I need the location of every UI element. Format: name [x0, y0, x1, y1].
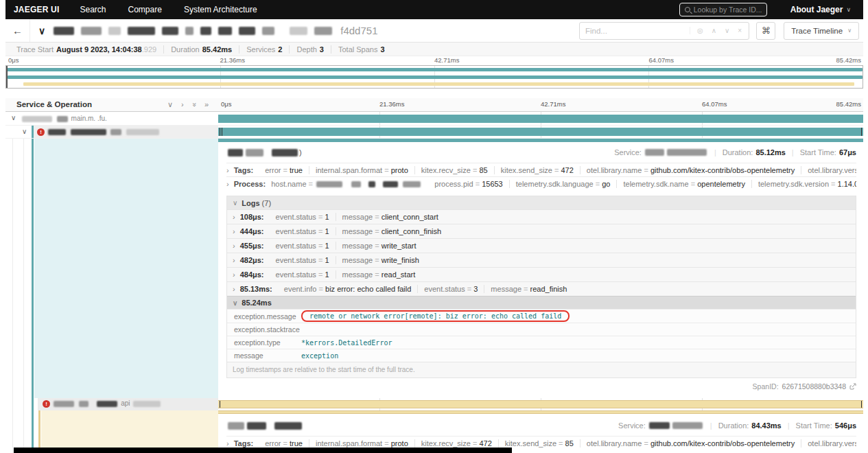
tick-label: 64.07ms	[649, 56, 674, 64]
log-row[interactable]: › 85.13ms: event.infobiz error: echo cal…	[227, 281, 856, 296]
screen: JAEGER UI Search Compare System Architec…	[0, 0, 868, 453]
span-tag: internal.span.formatproto	[309, 439, 414, 448]
kv-row-exception-stacktrace: exception.stacktrace	[227, 323, 856, 336]
chevron-right-icon: ›	[233, 285, 235, 293]
chevron-right-icon: ›	[226, 180, 229, 188]
log-timestamps-note: Log timestamps are relative to the start…	[227, 362, 856, 378]
span-tag: kitex.send_size472	[494, 166, 580, 174]
log-row[interactable]: › 455μs: event.status1messagewrite_start	[227, 238, 856, 253]
selected-span-backdrop	[41, 410, 218, 453]
find-input[interactable]	[580, 27, 690, 35]
trace-view-selector[interactable]: Trace Timeline ∨	[784, 22, 859, 40]
tick-label: 85.42ms	[836, 56, 861, 64]
nav-item-system-architecture[interactable]: System Architecture	[184, 5, 257, 14]
span-detail-server: Service: | Duration:84.43ms | Start Time…	[5, 410, 863, 453]
exception-message-annotation: remote or network error[remote]: biz err…	[301, 310, 570, 322]
log-field: messagewrite_start	[336, 242, 423, 250]
find-controls: ◎∧∨×	[690, 27, 749, 34]
trace-id-lookup[interactable]	[679, 3, 767, 16]
keyboard-shortcuts-button[interactable]: ⌘	[756, 22, 775, 40]
process-expander-row[interactable]: › Process: host.name process.pid1	[226, 176, 856, 190]
redacted-text	[185, 27, 193, 35]
span-row-server: ! api	[5, 398, 863, 410]
redacted-text	[228, 149, 243, 156]
span-tag: otel.library.versionsemver:0.29.0	[801, 439, 856, 448]
about-jaeger-menu[interactable]: About Jaeger ∨	[790, 5, 851, 14]
tick-label: 21.36ms	[220, 56, 245, 64]
span-name-redacted[interactable]: !	[37, 128, 161, 136]
nav-item-search[interactable]: Search	[80, 5, 106, 14]
collapse-all-icon[interactable]: »	[189, 102, 198, 106]
tick-label: 85.42ms	[836, 100, 861, 108]
chevron-down-icon: ∨	[847, 27, 852, 34]
redacted-text	[128, 27, 155, 35]
chevron-right-icon: ›	[233, 227, 235, 235]
span-id-value: 62671508880b3348	[782, 382, 846, 391]
redacted-text	[262, 27, 274, 35]
minimap-span-bar	[6, 68, 863, 71]
logs-header[interactable]: ∨ Logs(7)	[227, 196, 856, 209]
nav-item-compare[interactable]: Compare	[128, 5, 162, 14]
detail-span-bar[interactable]	[218, 410, 863, 414]
span-bar-server[interactable]	[218, 400, 863, 408]
brand-logo[interactable]: JAEGER UI	[14, 5, 59, 14]
log-row[interactable]: › 108μs: event.status1messageclient_conn…	[227, 209, 856, 224]
logs-section: ∨ Logs(7) › 108μs: event.status1messagec…	[226, 196, 856, 378]
span-tag: otel.library.namegithub.com/kitex-contri…	[580, 166, 801, 174]
tags-expander-row[interactable]: › Tags: errortrueinternal.span.formatpro…	[226, 163, 856, 176]
minimap-canvas[interactable]	[5, 65, 863, 89]
detail-span-meta: Service: | Duration:85.12ms | Start Time…	[614, 148, 856, 156]
find-control-icon[interactable]: ∧	[712, 27, 716, 34]
redacted-text	[272, 149, 298, 156]
log-row[interactable]: › 484μs: event.status1messageread_start	[227, 267, 856, 281]
redacted-text	[645, 149, 664, 156]
span-tag: telemetry.sdk.nameopentelemetry	[616, 180, 751, 188]
log-row[interactable]: › 444μs: event.status1messageclient_conn…	[227, 224, 856, 238]
link-icon[interactable]	[849, 383, 856, 390]
span-tag: kitex.send_size85	[498, 439, 580, 448]
timeline-header-row: Service & Operation ∨ › » » 0μs 21.36ms …	[5, 98, 863, 112]
summary-stat: Trace StartAugust 9 2023, 14:04:38.929	[10, 45, 163, 54]
find-control-icon[interactable]: ∨	[725, 27, 729, 34]
trace-id-lookup-input[interactable]	[694, 5, 762, 14]
span-tag: kitex.recv_size472	[414, 439, 498, 448]
collapse-trace-icon[interactable]: ∨	[38, 25, 45, 36]
redacted-text	[290, 27, 307, 35]
collapse-one-icon[interactable]: ∨	[167, 100, 173, 109]
span-name-redacted[interactable]: main.m. .fu.	[21, 115, 107, 122]
chevron-down-icon: ∨	[233, 299, 237, 307]
expanded-log-header[interactable]: ∨ 85.24ms	[227, 296, 856, 309]
log-field: event.status3	[417, 285, 484, 293]
span-tag: host.name	[271, 180, 428, 188]
tick-label: 21.36ms	[379, 100, 404, 108]
chevron-right-icon: ›	[233, 256, 235, 264]
find-control-icon[interactable]: ◎	[697, 27, 703, 34]
log-field: event.status1	[270, 256, 336, 264]
row-collapse-icon[interactable]: ∨	[22, 128, 27, 135]
span-bar-client[interactable]	[218, 128, 863, 136]
timeline-minimap: 0μs 21.36ms 42.71ms 64.07ms 85.42ms	[5, 56, 863, 90]
log-field: event.status1	[270, 270, 336, 279]
detail-title-row: ) Service: | Duration:85.12ms | Start Ti…	[226, 142, 856, 163]
span-bar-root[interactable]	[218, 115, 863, 123]
span-tag: internal.span.formatproto	[309, 166, 414, 174]
chevron-right-icon: ›	[226, 439, 229, 448]
back-button[interactable]: ←	[5, 19, 30, 42]
expand-one-icon[interactable]: ›	[181, 100, 184, 109]
span-name-redacted[interactable]: ! api	[43, 399, 162, 408]
summary-stat: Services2	[239, 45, 289, 54]
redacted-text	[239, 27, 255, 35]
row-collapse-icon[interactable]: ∨	[11, 114, 16, 121]
redacted-text	[246, 149, 263, 156]
minimap-range-handle[interactable]	[6, 66, 8, 88]
tick-label: 64.07ms	[702, 100, 727, 108]
log-row[interactable]: › 482μs: event.status1messagewrite_finis…	[227, 253, 856, 267]
tick-label: 42.71ms	[434, 56, 459, 64]
find-box: ◎∧∨×	[579, 22, 749, 40]
kv-row-exception-message: exception.message remote or network erro…	[227, 309, 856, 323]
log-field: event.status1	[270, 227, 336, 235]
expand-all-icon[interactable]: »	[204, 100, 209, 109]
log-kv-table: exception.message remote or network erro…	[227, 309, 856, 362]
find-control-icon[interactable]: ×	[738, 27, 742, 34]
summary-stat: Total Spans3	[331, 45, 392, 54]
